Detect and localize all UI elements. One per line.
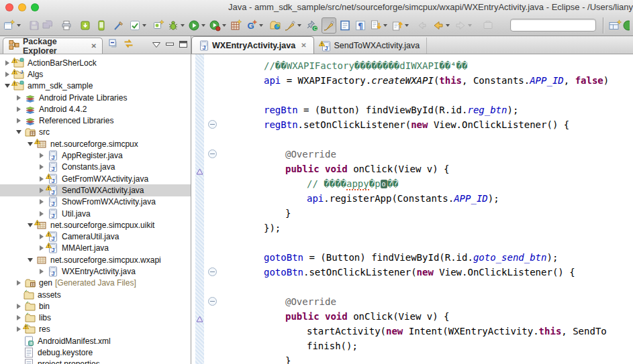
code-line[interactable]: regBtn = (Button) findViewById(R.id.reg_… bbox=[221, 103, 633, 117]
tree-item-wxentryactivity-java[interactable]: JWXEntryActivity.java bbox=[0, 265, 191, 277]
zoom-window-button[interactable] bbox=[31, 3, 39, 11]
tree-item-algs[interactable]: JAlgs bbox=[0, 68, 191, 80]
mark-occurrences-button[interactable] bbox=[322, 17, 336, 34]
close-icon[interactable]: ✕ bbox=[91, 42, 97, 50]
code-line[interactable]: startActivity(new Intent(WXEntryActivity… bbox=[221, 324, 633, 339]
tree-item-gen[interactable]: gen [Generated Java Files] bbox=[0, 278, 191, 289]
tree-item-mmalert-java[interactable]: JMMAlert.java bbox=[0, 243, 191, 254]
tree-item-camerautil-java[interactable]: JCameraUtil.java bbox=[0, 231, 191, 242]
tree-item-net-sourceforge-simcpux-wxapi[interactable]: net.sourceforge.simcpux.wxapi bbox=[0, 254, 191, 265]
code-line[interactable] bbox=[221, 280, 633, 294]
chevron-right-icon[interactable] bbox=[40, 199, 44, 204]
tree-item-net-sourceforge-simcpux[interactable]: net.sourceforge.simcpux bbox=[0, 138, 191, 149]
code-line[interactable] bbox=[221, 132, 633, 147]
pin-c-button[interactable]: C bbox=[305, 17, 319, 34]
tree-item-showfromwxactivity-java[interactable]: JShowFromWXActivity.java bbox=[0, 196, 191, 208]
print-button[interactable] bbox=[60, 17, 73, 34]
tree-item-appregister-java[interactable]: JAppRegister.java bbox=[0, 149, 191, 161]
tree-item-android-4-4-2[interactable]: Android 4.4.2 bbox=[0, 103, 191, 115]
dropdown-arrow-icon[interactable] bbox=[468, 24, 472, 27]
tree-item-actionbarsherlock[interactable]: ActionBarSherLock bbox=[0, 57, 191, 68]
chevron-right-icon[interactable] bbox=[17, 95, 21, 101]
avd-manager-button[interactable] bbox=[95, 17, 108, 34]
chevron-right-icon[interactable] bbox=[17, 315, 21, 320]
save-all-button[interactable] bbox=[41, 17, 54, 34]
package-explorer-tab[interactable]: Package Explorer ✕ bbox=[3, 38, 103, 54]
view-menu-icon[interactable] bbox=[152, 39, 161, 51]
chevron-right-icon[interactable] bbox=[17, 280, 21, 286]
minimize-window-button[interactable] bbox=[18, 3, 26, 11]
close-window-button[interactable] bbox=[5, 3, 13, 11]
new-wizard-button[interactable] bbox=[3, 17, 22, 34]
chevron-right-icon[interactable] bbox=[17, 326, 21, 332]
run-button[interactable] bbox=[187, 17, 207, 34]
chevron-down-icon[interactable] bbox=[16, 130, 21, 134]
lint-button[interactable] bbox=[112, 17, 126, 34]
tree-item-net-sourceforge-simcpux-uikit[interactable]: net.sourceforge.simcpux.uikit bbox=[0, 219, 191, 231]
chevron-right-icon[interactable] bbox=[40, 153, 44, 158]
coverage-button[interactable] bbox=[208, 17, 228, 34]
code-line[interactable] bbox=[221, 235, 633, 250]
new-android-app-button[interactable] bbox=[152, 17, 165, 34]
chevron-down-icon[interactable] bbox=[5, 84, 10, 88]
prev-annotation-button[interactable] bbox=[391, 17, 410, 34]
close-icon[interactable]: ✕ bbox=[301, 42, 306, 49]
dropdown-arrow-icon[interactable] bbox=[222, 24, 226, 27]
tree-item-assets[interactable]: assets bbox=[0, 289, 191, 300]
dropdown-arrow-icon[interactable] bbox=[446, 24, 450, 27]
fold-collapse-icon[interactable] bbox=[208, 267, 217, 276]
maximize-icon[interactable] bbox=[179, 39, 188, 51]
gwt-compile-button[interactable]: G bbox=[245, 17, 264, 34]
next-annotation-button[interactable] bbox=[369, 17, 389, 34]
code-line[interactable]: api.registerApp(Constants.APP_ID); bbox=[221, 191, 633, 206]
chevron-right-icon[interactable] bbox=[5, 60, 9, 66]
dropdown-arrow-icon[interactable] bbox=[383, 24, 387, 27]
minimize-icon[interactable] bbox=[165, 39, 175, 51]
chevron-right-icon[interactable] bbox=[17, 304, 21, 309]
last-edit-location-button[interactable] bbox=[416, 17, 429, 34]
code-line[interactable]: //��WXAPIFactory��������dIWXAPI��⁴�� bbox=[221, 58, 633, 73]
android-sdk-manager-button[interactable] bbox=[79, 17, 92, 34]
code-line[interactable]: api = WXAPIFactory.createWXAPI(this, Con… bbox=[221, 73, 633, 88]
editor-tab-wxentryactivity-java[interactable]: JWXEntryActivity.java✕ bbox=[191, 36, 314, 54]
fold-collapse-icon[interactable] bbox=[208, 297, 217, 306]
dropdown-arrow-icon[interactable] bbox=[297, 24, 301, 27]
code-line[interactable]: gotoBtn.setOnClickListener(new View.OnCl… bbox=[221, 265, 633, 280]
code-line[interactable]: public void onClick(View v) { bbox=[221, 162, 633, 176]
dropdown-arrow-icon[interactable] bbox=[142, 24, 146, 27]
tree-item-bin[interactable]: bin bbox=[0, 300, 191, 312]
code-line[interactable]: public void onClick(View v) { bbox=[221, 309, 633, 324]
fold-collapse-icon[interactable] bbox=[208, 149, 217, 158]
tree-item-util-java[interactable]: JUtil.java bbox=[0, 208, 191, 219]
tree-item-referenced-libraries[interactable]: Referenced Libraries bbox=[0, 115, 191, 126]
chevron-right-icon[interactable] bbox=[17, 107, 21, 112]
editor-body[interactable]: //��WXAPIFactory��������dIWXAPI��⁴��api … bbox=[191, 54, 633, 364]
code-line[interactable]: gotoBtn = (Button) findViewById(R.id.got… bbox=[221, 250, 633, 265]
tree-item-libs[interactable]: libs bbox=[0, 312, 191, 324]
code-view[interactable]: //��WXAPIFactory��������dIWXAPI��⁴��api … bbox=[221, 54, 633, 364]
code-line[interactable] bbox=[221, 88, 633, 103]
code-line[interactable]: finish(); bbox=[221, 339, 633, 353]
dropdown-arrow-icon[interactable] bbox=[181, 24, 185, 27]
dropdown-arrow-icon[interactable] bbox=[201, 24, 205, 27]
back-button[interactable] bbox=[432, 17, 451, 34]
folding-ruler[interactable] bbox=[204, 54, 220, 364]
editor-tab-sendtowxactivity-java[interactable]: JSendToWXActivity.java bbox=[314, 38, 428, 54]
chevron-right-icon[interactable] bbox=[40, 188, 44, 193]
tree-item-androidmanifest-xml[interactable]: aAndroidManifest.xml bbox=[0, 335, 191, 347]
tree-item-getfromwxactivity-java[interactable]: JGetFromWXActivity.java bbox=[0, 173, 191, 184]
code-line[interactable]: // ����appy�po�� bbox=[221, 176, 633, 191]
chevron-right-icon[interactable] bbox=[40, 176, 44, 182]
chevron-down-icon[interactable] bbox=[28, 223, 33, 227]
chevron-down-icon[interactable] bbox=[28, 142, 33, 146]
code-line[interactable]: regBtn.setOnClickListener(new View.OnCli… bbox=[221, 117, 633, 132]
tree-item-debug-keystore[interactable]: debug.keystore bbox=[0, 347, 191, 358]
code-line[interactable]: @Override bbox=[221, 294, 633, 309]
external-tools-button[interactable] bbox=[128, 17, 148, 34]
tree-item-sendtowxactivity-java[interactable]: JSendToWXActivity.java bbox=[0, 184, 191, 196]
tree-item-android-private-libraries[interactable]: Android Private Libraries bbox=[0, 92, 191, 103]
show-source-button[interactable] bbox=[338, 17, 352, 34]
code-line[interactable]: } bbox=[221, 353, 633, 364]
collapse-all-icon[interactable] bbox=[108, 38, 119, 52]
debug-button[interactable] bbox=[166, 17, 186, 34]
